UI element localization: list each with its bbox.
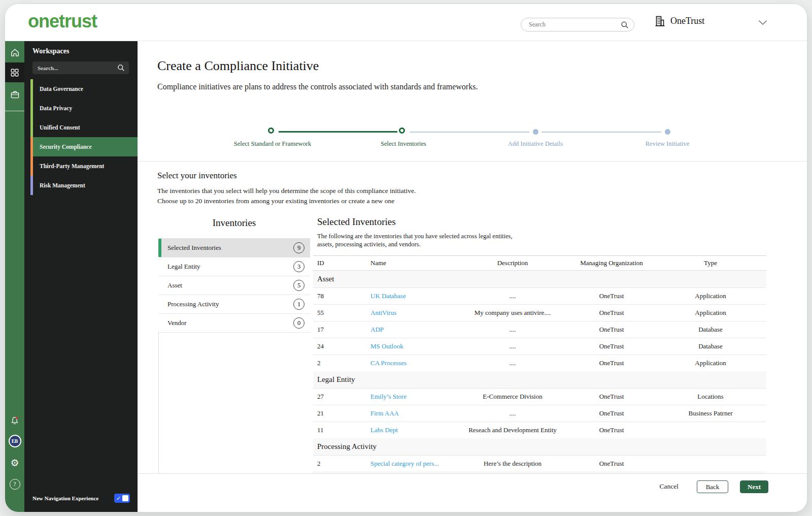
workspace-item-unified-consent[interactable]: Unified Consent [24,118,138,137]
briefcase-icon[interactable] [5,84,24,104]
global-search-input[interactable] [521,21,621,28]
inventory-filter-label: Vendor [167,319,187,327]
next-button[interactable]: Next [740,480,768,493]
workspace-item-data-privacy[interactable]: Data Privacy [24,99,138,118]
app-window: onetrust OneTrust [5,4,807,512]
top-bar: onetrust OneTrust [5,4,807,41]
inventory-filter-asset[interactable]: Asset5 [158,276,310,295]
selected-inventories-description: The following are the inventories that y… [313,232,766,248]
step-label: Review Initiative [606,140,728,148]
cell-name: AntiVirus [370,309,467,317]
notifications-bell-icon[interactable] [5,411,24,431]
main-content: Create a Compliance Initiative Complianc… [138,41,807,512]
step-circle-select-inventories[interactable] [399,127,405,134]
cell-managing-organization: OneTrust [558,460,665,468]
search-icon [117,64,125,72]
inventory-link[interactable]: Special category of pers... [370,460,439,467]
cell-id: 24 [313,342,370,350]
workspace-item-body: Unified Consent [33,118,138,137]
onetrust-logo[interactable]: onetrust [28,11,97,32]
workspace-item-body: Risk Management [33,176,138,195]
inventory-filter-selected-inventories[interactable]: Selected Inventories9 [158,239,310,257]
cell-managing-organization: OneTrust [558,342,665,350]
cell-description: Reseach and Development Entity [467,426,558,434]
cancel-button[interactable]: Cancel [660,482,679,491]
inventories-heading: Inventories [158,217,310,229]
selected-inventories-heading: Selected Inventories [313,216,766,228]
global-search[interactable] [521,18,634,31]
inventory-filter-vendor[interactable]: Vendor0 [158,314,310,333]
apps-grid-icon[interactable] [5,62,24,82]
inventory-filter-processing-activity[interactable]: Processing Activity1 [158,295,310,314]
table-row: 55AntiVirusMy company uses antivire....O… [313,304,766,321]
new-nav-label: New Navigation Experience [32,495,114,501]
org-name: OneTrust [670,16,704,26]
workspace-item-data-governance[interactable]: Data Governance [24,79,138,99]
inventory-link[interactable]: UK Database [370,292,406,300]
cell-name: ADP [370,326,467,334]
back-button[interactable]: Back [697,480,728,493]
table-row: 11Labs DeptReseach and Development Entit… [313,422,766,438]
workspace-item-body: Data Governance [33,79,138,99]
workspace-item-label: Unified Consent [40,124,80,131]
icon-rail: EB ⚙ ? [5,41,24,512]
step-label: Add Initiative Details [475,140,596,148]
page-title: Create a Compliance Initiative [157,58,478,74]
inventory-filter-legal-entity[interactable]: Legal Entity3 [158,257,310,276]
step-label: Select Standard or Framework [212,140,333,148]
workspace-item-body: Security Compliance [33,137,138,156]
chevron-down-icon[interactable] [758,20,767,25]
cell-managing-organization: OneTrust [558,309,665,317]
workspaces-search-input[interactable] [32,65,117,71]
rail-divider [5,111,24,111]
inventory-link[interactable]: ADP [370,326,384,333]
workspace-item-security-compliance[interactable]: Security Compliance [24,137,138,156]
org-selector[interactable]: OneTrust [655,15,704,27]
inventory-link[interactable]: AntiVirus [370,309,396,316]
step-circle-add-initiative-details[interactable] [533,129,538,135]
new-nav-toggle[interactable]: ✓ [114,494,130,503]
cell-name: Firm AAA [370,409,467,417]
inventory-link[interactable]: MS Outlook [370,342,403,350]
workspace-item-risk-management[interactable]: Risk Management [24,176,138,195]
table-row: 21Firm AAA....OneTrustBusiness Patrner [313,405,766,422]
wizard-footer: Cancel Back Next [138,473,807,512]
workspace-item-body: Third-Party Management [33,156,138,176]
inventories-panel: Inventories Selected Inventories9Legal E… [158,213,310,229]
table-group-header: Processing Activity [313,438,766,455]
workspaces-search[interactable] [32,61,129,74]
cell-id: 55 [313,309,370,317]
page-subtitle: Compliance initiatives are plans to addr… [157,82,478,91]
settings-gear-icon[interactable]: ⚙ [5,453,24,473]
inventory-link[interactable]: Firm AAA [370,409,399,417]
cell-description: .... [467,326,558,334]
user-avatar[interactable]: EB [5,431,24,451]
inventory-link[interactable]: Labs Dept [370,426,398,434]
home-icon[interactable] [5,43,24,62]
inventory-filter-label: Legal Entity [167,263,200,271]
inventories-table: ID Name Description Managing Organizatio… [313,255,766,472]
step-circle-review-initiative[interactable] [665,129,670,135]
cell-managing-organization: OneTrust [558,426,665,434]
inventory-filter-label: Asset [167,281,182,289]
cell-description: My company uses antivire.... [467,309,558,317]
building-icon [655,15,665,27]
table-group-name: Processing Activity [317,442,377,451]
inventory-link[interactable]: CA Processes [370,359,407,367]
table-row: 2Special category of pers...Here’s the d… [313,455,766,472]
check-icon: ✓ [116,495,121,502]
workspace-list: Data GovernanceData PrivacyUnified Conse… [24,79,138,195]
workspace-item-third-party-management[interactable]: Third-Party Management [24,156,138,176]
column-header-managing-organization: Managing Organization [558,259,665,267]
inventory-link[interactable]: Emily’s Store [370,393,407,400]
inventory-filter-label: Processing Activity [167,300,219,308]
help-icon[interactable]: ? [5,474,24,494]
cell-name: Labs Dept [370,426,467,434]
toggle-knob [122,495,128,501]
workspace-item-body: Data Privacy [33,99,138,118]
count-badge: 0 [293,317,304,329]
cell-id: 17 [313,326,370,334]
section-desc-line1: The inventories that you select will hel… [157,187,416,195]
cell-managing-organization: OneTrust [558,292,665,300]
step-circle-select-standard-or-framework[interactable] [268,127,274,134]
